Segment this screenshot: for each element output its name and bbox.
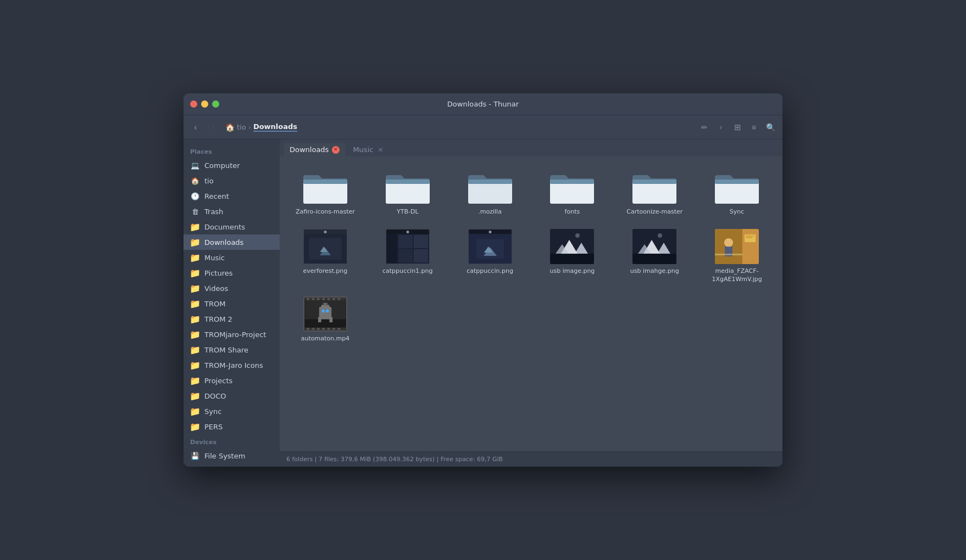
sidebar-label-projects: Projects <box>204 377 232 385</box>
file-item-mozilla[interactable]: .mozilla <box>451 165 529 220</box>
file-item-zafiro[interactable]: Zafiro-icons-master <box>286 165 364 220</box>
svg-rect-11 <box>715 180 759 184</box>
folder-icon: 📁 <box>190 360 200 370</box>
breadcrumb-home[interactable]: 🏠 tio <box>225 123 246 132</box>
list-view-button[interactable]: ≡ <box>746 120 762 135</box>
sidebar-item-tio[interactable]: 🏠 tio <box>184 173 280 188</box>
sidebar-label-sync: Sync <box>204 407 221 416</box>
search-button[interactable]: 🔍 <box>763 120 778 135</box>
file-item-everforest[interactable]: everforest.png <box>286 225 364 288</box>
titlebar: Downloads - Thunar <box>184 93 782 115</box>
sidebar-item-tromjaro-project[interactable]: 📁 TROMjaro-Project <box>184 327 280 342</box>
sidebar-item-documents[interactable]: 📁 Documents <box>184 219 280 234</box>
icons-view-button[interactable]: ⊞ <box>730 120 745 135</box>
folder-icon: 📁 <box>190 391 200 401</box>
svg-point-59 <box>326 309 329 312</box>
sidebar-label-trom: TROM <box>204 300 225 308</box>
sidebar-label-doco: DOCO <box>204 392 226 400</box>
sidebar-item-downloads[interactable]: 📁 Downloads <box>184 234 280 250</box>
file-grid: Zafiro-icons-master YTB-DL <box>286 165 776 347</box>
sidebar-label-trom2: TROM 2 <box>204 315 232 323</box>
svg-rect-37 <box>307 298 309 300</box>
back-button[interactable]: ‹ <box>188 120 203 135</box>
status-bar: 6 folders | 7 files: 379,6 MiB (398.049.… <box>280 451 782 467</box>
file-item-ytb-dl[interactable]: YTB-DL <box>369 165 447 220</box>
file-name: usb imahge.png <box>630 267 679 275</box>
breadcrumb-current[interactable]: Downloads <box>253 122 297 132</box>
svg-rect-49 <box>332 328 335 330</box>
file-item-sync[interactable]: Sync <box>698 165 776 220</box>
svg-rect-56 <box>318 317 321 322</box>
sidebar-item-trom2[interactable]: 📁 TROM 2 <box>184 311 280 327</box>
folder-icon: 📁 <box>190 268 200 278</box>
svg-rect-3 <box>386 180 430 184</box>
svg-rect-33 <box>746 237 752 238</box>
sidebar-label-trom-share: TROM Share <box>204 346 248 354</box>
tab-label-music: Music <box>353 145 373 154</box>
svg-rect-45 <box>312 328 315 330</box>
sidebar-item-trom-share[interactable]: 📁 TROM Share <box>184 342 280 357</box>
svg-point-13 <box>575 233 580 238</box>
sidebar-item-trash[interactable]: 🗑 Trash <box>184 204 280 219</box>
file-item-catppuccin1[interactable]: catppuccin1.png <box>369 225 447 288</box>
sidebar-item-pers[interactable]: 📁 PERS <box>184 419 280 434</box>
folder-icon: 📁 <box>190 253 200 262</box>
file-name: media_FZACF-1XgAE1WmV.jpg <box>700 267 774 283</box>
sidebar-item-recent[interactable]: 🕐 Recent <box>184 188 280 204</box>
toolbar: ‹ › 🏠 tio › Downloads ✏ › ⊞ ≡ 🔍 <box>184 115 782 139</box>
file-name: Cartoonize-master <box>626 208 682 216</box>
close-button[interactable] <box>190 100 197 108</box>
file-item-usb-imahge[interactable]: usb imahge.png <box>615 225 693 288</box>
sidebar-label-pers: PERS <box>204 423 223 431</box>
computer-icon: 💻 <box>190 160 200 170</box>
sidebar-item-trom-jaro-icons[interactable]: 📁 TROM-Jaro Icons <box>184 357 280 373</box>
maximize-button[interactable] <box>212 100 219 108</box>
edit-button[interactable]: ✏ <box>697 120 712 135</box>
sidebar-item-sync[interactable]: 📁 Sync <box>184 404 280 419</box>
tab-music[interactable]: Music ✕ <box>347 143 390 156</box>
tab-close-music[interactable]: ✕ <box>376 146 384 154</box>
file-item-media-fzacf[interactable]: media_FZACF-1XgAE1WmV.jpg <box>698 225 776 288</box>
sidebar-item-projects[interactable]: 📁 Projects <box>184 373 280 388</box>
folder-thumbnail <box>303 170 347 205</box>
tab-close-downloads[interactable]: ✕ <box>332 146 340 154</box>
svg-rect-43 <box>337 298 340 300</box>
forward-nav-button[interactable]: › <box>713 120 729 135</box>
folder-icon: 📁 <box>190 376 200 385</box>
svg-rect-39 <box>317 298 320 300</box>
file-item-catppuccin[interactable]: catppuccin.png <box>451 225 529 288</box>
folder-icon: 📁 <box>190 222 200 232</box>
sidebar-item-music[interactable]: 📁 Music <box>184 250 280 265</box>
svg-rect-41 <box>327 298 330 300</box>
svg-rect-47 <box>322 328 325 330</box>
sidebar-item-10tb[interactable]: 💾 10TB TROM <box>184 463 280 467</box>
file-name: catppuccin.png <box>467 267 513 275</box>
image-thumbnail <box>550 229 594 264</box>
file-item-automaton[interactable]: automaton.mp4 <box>286 292 364 347</box>
sidebar-item-filesystem[interactable]: 💾 File System <box>184 448 280 463</box>
file-name: automaton.mp4 <box>301 335 349 343</box>
file-item-cartoonize[interactable]: Cartoonize-master <box>615 165 693 220</box>
folder-thumbnail <box>468 170 512 205</box>
image-thumbnail <box>632 229 676 264</box>
sidebar-item-videos[interactable]: 📁 Videos <box>184 281 280 296</box>
sidebar-label-trom-jaro-icons: TROM-Jaro Icons <box>204 361 263 369</box>
sidebar-item-computer[interactable]: 💻 Computer <box>184 158 280 173</box>
folder-thumbnail <box>386 170 430 205</box>
sidebar-item-pictures[interactable]: 📁 Pictures <box>184 265 280 281</box>
sidebar-label-videos: Videos <box>204 284 228 293</box>
file-area: Zafiro-icons-master YTB-DL <box>280 156 782 451</box>
file-name: .mozilla <box>478 208 502 216</box>
file-item-fonts[interactable]: fonts <box>533 165 611 220</box>
sidebar-item-doco[interactable]: 📁 DOCO <box>184 388 280 404</box>
sidebar-item-trom[interactable]: 📁 TROM <box>184 296 280 311</box>
forward-icon: › <box>212 123 214 131</box>
tab-downloads[interactable]: Downloads ✕ <box>284 143 345 156</box>
forward-button[interactable]: › <box>206 120 221 135</box>
drive-icon: 💾 <box>190 466 200 467</box>
svg-rect-57 <box>329 317 332 322</box>
file-name: usb image.png <box>549 267 595 275</box>
minimize-button[interactable] <box>201 100 208 108</box>
file-item-usb-image[interactable]: usb image.png <box>533 225 611 288</box>
sidebar-label-documents: Documents <box>204 223 245 231</box>
